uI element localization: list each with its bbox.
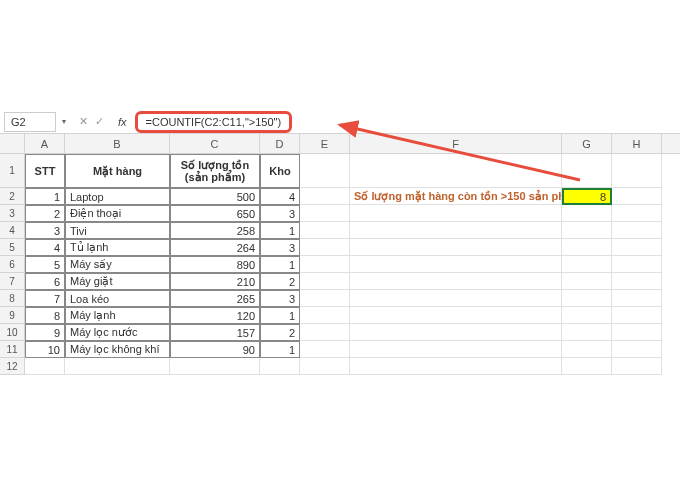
- row-header[interactable]: 2: [0, 188, 25, 205]
- cell[interactable]: [350, 290, 562, 307]
- cell[interactable]: [300, 222, 350, 239]
- header-stt[interactable]: STT: [25, 154, 65, 188]
- cell-soluong[interactable]: 90: [170, 341, 260, 358]
- cell[interactable]: [562, 341, 612, 358]
- cell-soluong[interactable]: 258: [170, 222, 260, 239]
- cell[interactable]: [350, 239, 562, 256]
- select-all-corner[interactable]: [0, 134, 25, 153]
- cell[interactable]: [562, 273, 612, 290]
- row-header[interactable]: 6: [0, 256, 25, 273]
- cell[interactable]: [25, 358, 65, 375]
- cell-mathang[interactable]: Tủ lạnh: [65, 239, 170, 256]
- cell[interactable]: [350, 222, 562, 239]
- row-header[interactable]: 1: [0, 154, 25, 188]
- cell-mathang[interactable]: Máy lọc không khí: [65, 341, 170, 358]
- cell-soluong[interactable]: 890: [170, 256, 260, 273]
- row-header[interactable]: 9: [0, 307, 25, 324]
- cell[interactable]: [300, 154, 350, 188]
- cell[interactable]: [612, 205, 662, 222]
- cell[interactable]: [300, 290, 350, 307]
- cell[interactable]: [562, 222, 612, 239]
- col-header-B[interactable]: B: [65, 134, 170, 153]
- cell[interactable]: [612, 239, 662, 256]
- annotation-label[interactable]: Số lượng mặt hàng còn tồn >150 sản phẩm:: [350, 188, 562, 205]
- cell-soluong[interactable]: 210: [170, 273, 260, 290]
- cell[interactable]: [300, 188, 350, 205]
- cell[interactable]: [612, 154, 662, 188]
- formula-input[interactable]: =COUNTIF(C2:C11,">150"): [135, 111, 676, 133]
- cell-stt[interactable]: 6: [25, 273, 65, 290]
- cell-mathang[interactable]: Laptop: [65, 188, 170, 205]
- cell[interactable]: [350, 154, 562, 188]
- name-box[interactable]: G2: [4, 112, 56, 132]
- row-header[interactable]: 4: [0, 222, 25, 239]
- header-mathang[interactable]: Mặt hàng: [65, 154, 170, 188]
- cell[interactable]: [170, 358, 260, 375]
- cell-stt[interactable]: 4: [25, 239, 65, 256]
- cell-stt[interactable]: 9: [25, 324, 65, 341]
- cell-stt[interactable]: 7: [25, 290, 65, 307]
- row-header[interactable]: 3: [0, 205, 25, 222]
- cell[interactable]: [562, 239, 612, 256]
- cell[interactable]: [300, 324, 350, 341]
- cell-soluong[interactable]: 650: [170, 205, 260, 222]
- cell[interactable]: [612, 358, 662, 375]
- cell-mathang[interactable]: Tivi: [65, 222, 170, 239]
- cell[interactable]: [612, 307, 662, 324]
- fx-label[interactable]: fx: [114, 116, 131, 128]
- cell[interactable]: [562, 256, 612, 273]
- cell-kho[interactable]: 1: [260, 222, 300, 239]
- col-header-F[interactable]: F: [350, 134, 562, 153]
- cell[interactable]: [300, 205, 350, 222]
- cell[interactable]: [612, 273, 662, 290]
- cell[interactable]: [350, 358, 562, 375]
- cell-stt[interactable]: 2: [25, 205, 65, 222]
- cell[interactable]: [300, 256, 350, 273]
- cell[interactable]: [300, 358, 350, 375]
- cell-kho[interactable]: 2: [260, 273, 300, 290]
- col-header-G[interactable]: G: [562, 134, 612, 153]
- col-header-E[interactable]: E: [300, 134, 350, 153]
- cell-soluong[interactable]: 120: [170, 307, 260, 324]
- cell-kho[interactable]: 3: [260, 205, 300, 222]
- row-header[interactable]: 7: [0, 273, 25, 290]
- cell[interactable]: [300, 307, 350, 324]
- result-cell[interactable]: 8: [562, 188, 612, 205]
- row-header[interactable]: 10: [0, 324, 25, 341]
- cell[interactable]: [562, 358, 612, 375]
- cell-kho[interactable]: 4: [260, 188, 300, 205]
- cell-mathang[interactable]: Máy lọc nước: [65, 324, 170, 341]
- cell[interactable]: [612, 324, 662, 341]
- row-header[interactable]: 12: [0, 358, 25, 375]
- cell[interactable]: [350, 256, 562, 273]
- cell-mathang[interactable]: Loa kéo: [65, 290, 170, 307]
- row-header[interactable]: 5: [0, 239, 25, 256]
- cell[interactable]: [612, 222, 662, 239]
- cell-soluong[interactable]: 157: [170, 324, 260, 341]
- cell[interactable]: [562, 324, 612, 341]
- cell[interactable]: [562, 205, 612, 222]
- cell-stt[interactable]: 10: [25, 341, 65, 358]
- cell-kho[interactable]: 1: [260, 307, 300, 324]
- col-header-D[interactable]: D: [260, 134, 300, 153]
- cell[interactable]: [612, 290, 662, 307]
- cell[interactable]: [612, 188, 662, 205]
- cell-stt[interactable]: 8: [25, 307, 65, 324]
- row-header[interactable]: 11: [0, 341, 25, 358]
- cell[interactable]: [350, 205, 562, 222]
- cell-mathang[interactable]: Máy sấy: [65, 256, 170, 273]
- cell-kho[interactable]: 1: [260, 256, 300, 273]
- cell[interactable]: [562, 307, 612, 324]
- col-header-C[interactable]: C: [170, 134, 260, 153]
- cell-mathang[interactable]: Máy giặt: [65, 273, 170, 290]
- cell-mathang[interactable]: Máy lạnh: [65, 307, 170, 324]
- cell-kho[interactable]: 3: [260, 239, 300, 256]
- cancel-formula-icon[interactable]: ✕: [76, 115, 90, 128]
- cell-kho[interactable]: 2: [260, 324, 300, 341]
- cell[interactable]: [350, 341, 562, 358]
- cell[interactable]: [562, 290, 612, 307]
- cell-kho[interactable]: 3: [260, 290, 300, 307]
- header-kho[interactable]: Kho: [260, 154, 300, 188]
- cell[interactable]: [350, 273, 562, 290]
- cell-soluong[interactable]: 500: [170, 188, 260, 205]
